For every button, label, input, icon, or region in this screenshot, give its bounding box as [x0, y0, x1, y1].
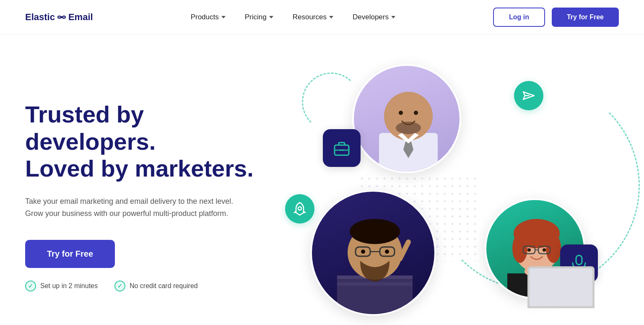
chevron-down-icon — [221, 16, 226, 18]
badge-setup: Set up in 2 minutes — [25, 281, 98, 291]
nav-resources-button[interactable]: Resources — [285, 9, 341, 26]
check-icon-no-card — [114, 281, 125, 291]
nav-links: Products Pricing Resources Developers — [183, 9, 403, 26]
briefcase-icon-box — [323, 129, 361, 167]
svg-point-33 — [527, 248, 531, 252]
nav-item-pricing[interactable]: Pricing — [237, 9, 281, 26]
check-icon-setup — [25, 281, 36, 291]
hero-title: Trusted by developers. Loved by marketer… — [25, 101, 277, 182]
dashed-arc-small — [302, 73, 361, 131]
nav-developers-button[interactable]: Developers — [345, 9, 403, 26]
chevron-down-icon — [391, 16, 395, 18]
svg-rect-16 — [337, 282, 413, 286]
logo-text-start: Elastic — [25, 12, 55, 23]
nav-item-products[interactable]: Products — [183, 9, 233, 26]
logo-text-end: Email — [68, 12, 93, 23]
svg-point-44 — [298, 207, 301, 210]
laptop-decoration — [527, 266, 595, 308]
svg-point-29 — [546, 234, 561, 263]
nav-actions: Log in Try for Free — [493, 8, 619, 27]
svg-point-23 — [385, 250, 389, 254]
logo[interactable]: Elastic Email — [25, 12, 93, 23]
nav-item-resources[interactable]: Resources — [285, 9, 341, 26]
svg-point-22 — [361, 250, 365, 254]
svg-rect-41 — [576, 255, 582, 265]
person-businessman-circle — [352, 64, 461, 173]
nav-item-developers[interactable]: Developers — [345, 9, 403, 26]
svg-point-12 — [414, 111, 418, 115]
svg-point-11 — [399, 111, 403, 115]
nav-pricing-button[interactable]: Pricing — [237, 9, 281, 26]
svg-point-18 — [350, 219, 400, 244]
try-for-free-hero-button[interactable]: Try for Free — [25, 240, 115, 268]
person-developer-circle — [310, 190, 436, 316]
logo-chain-icon — [57, 15, 66, 20]
nav-products-button[interactable]: Products — [183, 9, 233, 26]
rocket-circle — [285, 194, 314, 224]
hero-subtitle: Take your email marketing and email deli… — [25, 195, 243, 220]
send-circle — [514, 81, 543, 110]
navbar: Elastic Email Products Pricing Resources — [0, 0, 644, 35]
try-for-free-nav-button[interactable]: Try for Free — [552, 8, 619, 27]
hero-badges: Set up in 2 minutes No credit card requi… — [25, 281, 277, 291]
badge-no-card: No credit card required — [114, 281, 198, 291]
svg-point-4 — [63, 16, 65, 18]
svg-point-10 — [396, 122, 421, 134]
svg-point-3 — [58, 16, 61, 18]
svg-point-34 — [543, 248, 546, 252]
hero-illustration — [277, 60, 619, 325]
login-button[interactable]: Log in — [493, 8, 545, 27]
chevron-down-icon — [269, 16, 273, 18]
hero-left: Trusted by developers. Loved by marketer… — [25, 101, 277, 291]
hero-section: Trusted by developers. Loved by marketer… — [0, 35, 644, 325]
chevron-down-icon — [329, 16, 333, 18]
svg-point-28 — [512, 234, 527, 263]
